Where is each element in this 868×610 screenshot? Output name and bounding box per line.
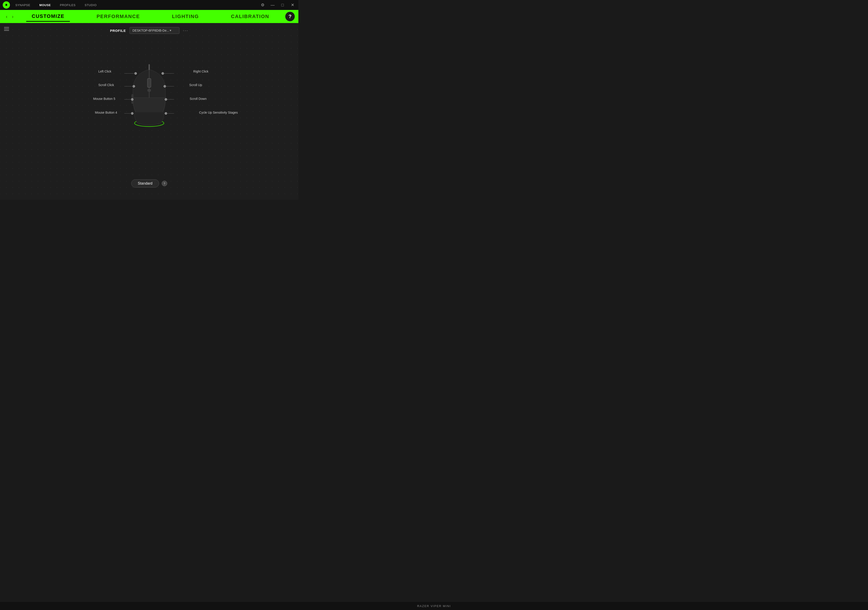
mode-help-button[interactable]: ? — [162, 181, 167, 186]
profile-more-options[interactable]: ··· — [183, 28, 188, 33]
right-click-label[interactable]: Right Click — [193, 70, 208, 73]
right-click-dot[interactable] — [162, 72, 164, 74]
dropdown-arrow-icon: ▼ — [169, 29, 172, 32]
minimize-button[interactable]: — — [270, 2, 276, 8]
mouse-button-4-label[interactable]: Mouse Button 4 — [95, 110, 117, 115]
svg-point-2 — [133, 74, 166, 124]
standard-mode-button[interactable]: Standard — [131, 180, 159, 187]
main-content: PROFILE DESKTOP-6FP8DIB-De... ▼ ··· — [0, 23, 298, 200]
svg-rect-7 — [132, 94, 133, 98]
tab-lighting[interactable]: LIGHTING — [167, 12, 205, 21]
hamburger-menu[interactable] — [4, 27, 9, 31]
tab-items: CUSTOMIZE PERFORMANCE LIGHTING CALIBRATI… — [16, 11, 285, 22]
cycle-sensitivity-dot[interactable] — [165, 112, 167, 115]
left-click-dot[interactable] — [135, 72, 137, 74]
settings-icon[interactable]: ⚙ — [259, 2, 266, 8]
nav-synapse[interactable]: SYNAPSE — [14, 3, 32, 8]
svg-text:✦: ✦ — [147, 113, 151, 118]
svg-rect-5 — [147, 79, 151, 87]
hamburger-line-3 — [4, 30, 9, 31]
mouse-button-5-dot[interactable] — [131, 98, 133, 101]
hamburger-line-2 — [4, 29, 9, 29]
window-controls: ⚙ — □ ✕ — [259, 2, 296, 8]
svg-point-9 — [135, 120, 164, 127]
svg-rect-4 — [147, 78, 151, 87]
scroll-down-dot[interactable] — [165, 98, 167, 101]
tab-customize[interactable]: CUSTOMIZE — [26, 11, 70, 22]
mouse-diagram: ✦ — [48, 41, 251, 154]
tab-forward-button[interactable]: › — [10, 13, 16, 20]
scroll-up-dot[interactable] — [164, 85, 166, 87]
scroll-up-label[interactable]: Scroll Up — [189, 83, 202, 87]
cycle-sensitivity-label[interactable]: Cycle Up Sensitivity Stages — [199, 110, 238, 115]
left-click-label[interactable]: Left Click — [98, 70, 112, 73]
svg-point-10 — [143, 111, 155, 120]
profile-selected-value: DESKTOP-6FP8DIB-De... — [132, 29, 169, 32]
profile-dropdown[interactable]: DESKTOP-6FP8DIB-De... ▼ — [130, 27, 179, 34]
profile-row: PROFILE DESKTOP-6FP8DIB-De... ▼ ··· — [110, 27, 189, 34]
svg-rect-8 — [132, 100, 133, 104]
mouse-button-4-dot[interactable] — [131, 112, 133, 115]
title-nav: SYNAPSE MOUSE PROFILES STUDIO — [14, 3, 98, 8]
nav-profiles[interactable]: PROFILES — [58, 3, 78, 8]
mouse-button-5-label[interactable]: Mouse Button 5 — [93, 97, 115, 101]
scroll-click-label[interactable]: Scroll Click — [98, 83, 114, 87]
tab-back-button[interactable]: ‹ — [4, 13, 10, 20]
app-logo: R — [3, 2, 10, 9]
diagram-svg: ✦ — [48, 41, 251, 154]
tab-calibration[interactable]: CALIBRATION — [226, 12, 274, 21]
svg-rect-6 — [147, 89, 151, 91]
title-bar: R SYNAPSE MOUSE PROFILES STUDIO ⚙ — □ ✕ — [0, 0, 298, 10]
profile-label: PROFILE — [110, 29, 126, 33]
tab-help-button[interactable]: ? — [285, 12, 295, 21]
tab-performance[interactable]: PERFORMANCE — [91, 12, 145, 21]
scroll-click-dot[interactable] — [133, 85, 135, 87]
scroll-down-label[interactable]: Scroll Down — [190, 97, 206, 101]
mouse-body-group: ✦ — [132, 65, 166, 127]
svg-text:R: R — [5, 3, 8, 6]
nav-studio[interactable]: STUDIO — [83, 3, 98, 8]
close-button[interactable]: ✕ — [289, 2, 296, 8]
hamburger-line-1 — [4, 27, 9, 28]
nav-mouse[interactable]: MOUSE — [37, 3, 53, 8]
maximize-button[interactable]: □ — [279, 2, 286, 8]
tab-bar: ‹ › CUSTOMIZE PERFORMANCE LIGHTING CALIB… — [0, 10, 298, 23]
mode-button-row: Standard ? — [131, 180, 167, 187]
